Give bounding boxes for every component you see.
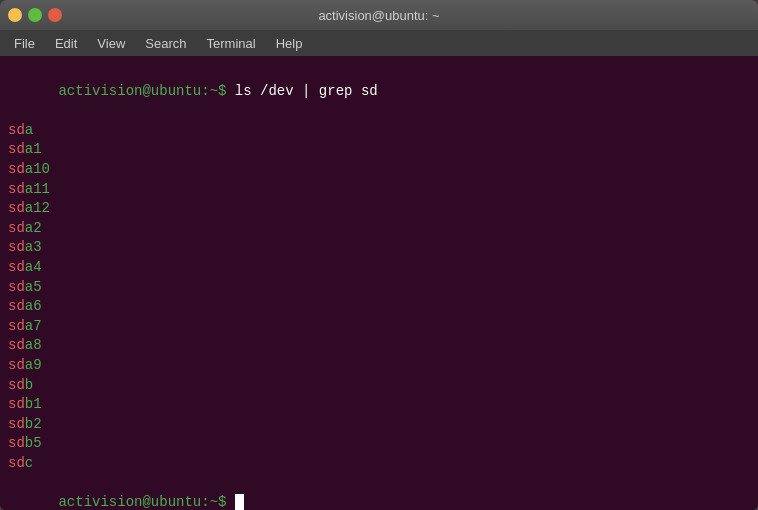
output-line-sda12: sda12 [8, 199, 750, 219]
minimize-button[interactable] [8, 8, 22, 22]
command-line: activision@ubuntu:~$ ls /dev | grep sd [8, 62, 750, 121]
close-button[interactable] [48, 8, 62, 22]
output-line-sdb1: sdb1 [8, 395, 750, 415]
menu-file[interactable]: File [6, 34, 43, 53]
output-line-sda11: sda11 [8, 180, 750, 200]
output-line-sdb5: sdb5 [8, 434, 750, 454]
terminal-body[interactable]: activision@ubuntu:~$ ls /dev | grep sd s… [0, 56, 758, 510]
output-line-sda5: sda5 [8, 278, 750, 298]
menu-search[interactable]: Search [137, 34, 194, 53]
prompt-text: activision@ubuntu:~$ [58, 83, 226, 99]
terminal-window: activision@ubuntu: ~ File Edit View Sear… [0, 0, 758, 510]
output-line-sdc: sdc [8, 454, 750, 474]
output-line-sda7: sda7 [8, 317, 750, 337]
command-text: ls /dev | grep sd [226, 83, 377, 99]
menu-edit[interactable]: Edit [47, 34, 85, 53]
final-prompt-text: activision@ubuntu:~$ [58, 494, 226, 510]
final-prompt-line: activision@ubuntu:~$ [8, 473, 750, 510]
output-line-sdb: sdb [8, 376, 750, 396]
output-line-sda4: sda4 [8, 258, 750, 278]
menu-terminal[interactable]: Terminal [199, 34, 264, 53]
window-title: activision@ubuntu: ~ [318, 8, 439, 23]
maximize-button[interactable] [28, 8, 42, 22]
output-line-sda2: sda2 [8, 219, 750, 239]
output-line-sda6: sda6 [8, 297, 750, 317]
output-line-sda8: sda8 [8, 336, 750, 356]
output-sd-part: sd [8, 122, 25, 138]
menu-help[interactable]: Help [268, 34, 311, 53]
title-bar: activision@ubuntu: ~ [0, 0, 758, 30]
output-line-sda1: sda1 [8, 140, 750, 160]
output-line-sda: sda [8, 121, 750, 141]
terminal-cursor [235, 494, 244, 510]
output-line-sdb2: sdb2 [8, 415, 750, 435]
output-line-sda10: sda10 [8, 160, 750, 180]
menu-view[interactable]: View [89, 34, 133, 53]
window-controls [8, 8, 62, 22]
menu-bar: File Edit View Search Terminal Help [0, 30, 758, 56]
output-line-sda9: sda9 [8, 356, 750, 376]
output-rest-part: a [25, 122, 33, 138]
output-line-sda3: sda3 [8, 238, 750, 258]
